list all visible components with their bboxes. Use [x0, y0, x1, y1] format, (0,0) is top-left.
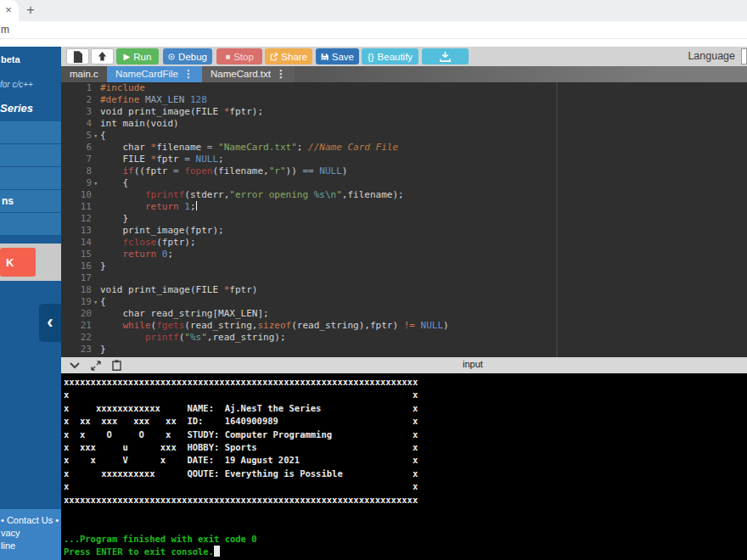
code-line-2[interactable]: 2#define MAX_LEN 128 — [61, 94, 747, 106]
fold-icon[interactable]: ▾ — [93, 130, 98, 142]
console-line: x xxx u xxx HOBBY: Sports x — [64, 441, 747, 454]
console-output[interactable]: xxxxxxxxxxxxxxxxxxxxxxxxxxxxxxxxxxxxxxxx… — [61, 373, 747, 560]
code-text: } — [100, 260, 106, 272]
sidebar-menu-item-5[interactable] — [0, 213, 61, 236]
privacy-link[interactable]: vacy — [0, 527, 61, 540]
fold-icon[interactable]: ▾ — [93, 296, 98, 308]
code-line-10[interactable]: 10 fprintf(stderr,"error opening %s\n",f… — [61, 189, 747, 201]
line-number: 15 — [61, 249, 92, 260]
line-number: 17 — [61, 272, 92, 284]
code-line-17[interactable]: 17 — [61, 272, 747, 284]
code-text: char read_string[MAX_LEN]; — [100, 308, 269, 320]
code-line-22[interactable]: 22 printf("%s",read_string); — [61, 332, 747, 344]
file-icon — [73, 51, 82, 63]
url-fragment: m — [1, 24, 9, 36]
tab-main.c[interactable]: main.c — [61, 66, 107, 82]
browser-tab[interactable]: × — [0, 0, 19, 21]
tab-NameCard.txt[interactable]: NameCard.txt⋮ — [202, 66, 295, 82]
code-line-12[interactable]: 12 } — [61, 213, 747, 225]
code-line-9[interactable]: 9▾ { — [61, 177, 747, 189]
debug-button[interactable]: Debug — [163, 48, 212, 64]
fold-icon[interactable]: ▾ — [93, 177, 98, 189]
sidebar-user-name: Series — [0, 102, 33, 115]
file-tabbar: main.cNameCardFile⋮NameCard.txt⋮ — [61, 66, 747, 82]
code-line-7[interactable]: 7 FILE *fptr = NULL; — [61, 154, 747, 165]
line-number: 4 — [61, 118, 92, 130]
code-text: void print_image(FILE *fptr); — [100, 106, 263, 118]
run-button[interactable]: ▶ Run — [116, 48, 159, 64]
console-cursor — [214, 546, 220, 557]
code-text: fclose(fptr); — [100, 237, 196, 249]
sidebar-menu: ns — [0, 121, 61, 236]
debug-icon — [168, 52, 175, 62]
sidebar-collapse-button[interactable]: ‹ — [39, 304, 61, 342]
code-text: char *filename = "NameCard.txt"; //Name … — [100, 142, 398, 154]
code-line-3[interactable]: 3void print_image(FILE *fptr); — [61, 106, 747, 118]
expand-console-icon[interactable] — [91, 361, 101, 371]
tab-menu-icon[interactable]: ⋮ — [183, 66, 194, 82]
console-input-label: input — [463, 359, 483, 369]
ok-button[interactable]: K — [0, 248, 36, 277]
braces-icon: {} — [368, 52, 374, 62]
code-line-8[interactable]: 8 if((fptr = fopen(filename,"r")) == NUL… — [61, 165, 747, 177]
stop-icon: ■ — [225, 52, 230, 61]
online-link[interactable]: line — [0, 540, 61, 552]
code-line-6[interactable]: 6 char *filename = "NameCard.txt"; //Nam… — [61, 142, 747, 154]
tab-NameCardFile[interactable]: NameCardFile⋮ — [107, 66, 202, 82]
console-line: x x — [64, 480, 747, 493]
language-select[interactable] — [741, 48, 747, 64]
console-status-line: ...Program finished with exit code 0 — [64, 533, 747, 546]
save-button[interactable]: Save — [316, 48, 359, 64]
browser-tabstrip: × + — [0, 0, 747, 21]
code-line-16[interactable]: 16} — [61, 260, 747, 272]
tab-close-icon[interactable]: × — [3, 3, 14, 17]
code-line-18[interactable]: 18void print_image(FILE *fptr) — [61, 284, 747, 296]
beautify-button[interactable]: {} Beautify — [362, 48, 418, 64]
code-text: fprintf(stderr,"error opening %s\n",file… — [100, 189, 404, 201]
line-number: 14 — [61, 237, 92, 249]
download-icon — [440, 52, 451, 62]
download-button[interactable] — [422, 48, 469, 64]
code-line-11[interactable]: 11 return 1; — [61, 201, 747, 213]
upload-button[interactable] — [91, 48, 114, 64]
code-line-21[interactable]: 21 while(fgets(read_string,sizeof(read_s… — [61, 320, 747, 332]
code-line-4[interactable]: 4int main(void) — [61, 118, 747, 130]
line-number: 22 — [61, 332, 92, 344]
sidebar-menu-item-3[interactable] — [0, 167, 61, 190]
sidebar-menu-item-1[interactable] — [0, 121, 61, 144]
sidebar-menu-item-2[interactable] — [0, 144, 61, 167]
code-line-23[interactable]: 23} — [61, 344, 747, 356]
new-tab-button[interactable]: + — [23, 3, 38, 18]
new-file-button[interactable] — [66, 48, 89, 64]
code-editor[interactable]: 1#include2#define MAX_LEN 1283void print… — [61, 82, 747, 357]
sidebar-menu-item-4[interactable]: ns — [0, 190, 61, 213]
code-line-5[interactable]: 5▾{ — [61, 130, 747, 142]
line-number: 10 — [61, 189, 92, 201]
code-line-14[interactable]: 14 fclose(fptr); — [61, 237, 747, 249]
code-text: } — [100, 344, 106, 356]
collapse-console-icon[interactable] — [70, 362, 80, 369]
address-bar[interactable]: m — [0, 21, 747, 39]
tab-label: main.c — [70, 66, 98, 82]
language-label: Language — [688, 50, 735, 62]
contact-us-link[interactable]: • Contact Us • — [0, 509, 61, 527]
share-label: Share — [281, 52, 307, 62]
code-line-19[interactable]: 19▾{ — [61, 296, 747, 308]
code-line-13[interactable]: 13 print_image(fptr); — [61, 225, 747, 237]
code-text: printf("%s",read_string); — [100, 332, 286, 344]
ide-toolbar: ▶ Run Debug ■ Stop Share Save {} Beautif… — [61, 47, 747, 66]
code-line-15[interactable]: 15 return 0; — [61, 249, 747, 260]
code-text: int main(void) — [100, 118, 179, 130]
sidebar-tagline: for c/c++ — [0, 80, 33, 89]
line-number: 19 — [61, 296, 92, 308]
stop-button[interactable]: ■ Stop — [216, 48, 262, 64]
line-number: 20 — [61, 308, 92, 320]
share-button[interactable]: Share — [265, 48, 312, 64]
tab-menu-icon[interactable]: ⋮ — [276, 66, 286, 82]
code-line-20[interactable]: 20 char read_string[MAX_LEN]; — [61, 308, 747, 320]
code-line-1[interactable]: 1#include — [61, 82, 747, 94]
line-number: 5 — [61, 130, 92, 142]
console-line: xxxxxxxxxxxxxxxxxxxxxxxxxxxxxxxxxxxxxxxx… — [64, 494, 747, 507]
clipboard-icon[interactable] — [112, 360, 121, 371]
line-number: 9 — [61, 177, 92, 189]
